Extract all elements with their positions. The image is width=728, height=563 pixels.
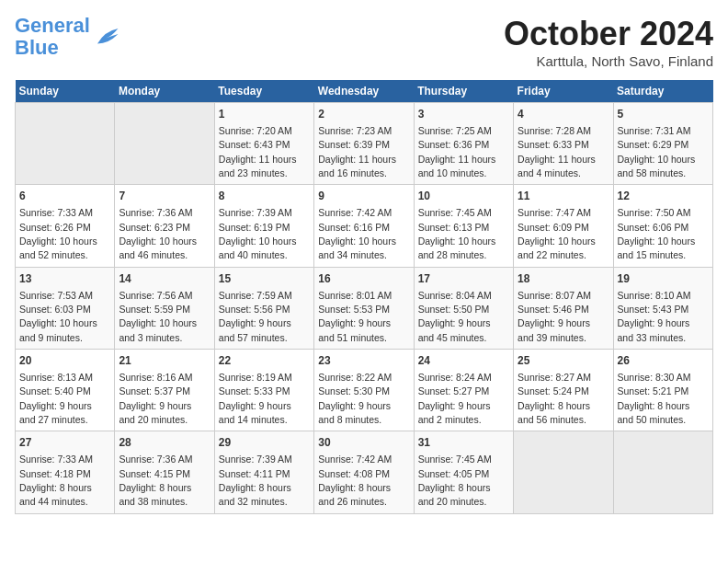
day-number: 30 [318,435,409,451]
calendar-table: SundayMondayTuesdayWednesdayThursdayFrid… [15,80,713,514]
day-number: 5 [618,107,709,122]
day-info: Sunrise: 7:42 AM Sunset: 4:08 PM Dayligh… [318,454,392,507]
day-info: Sunrise: 7:47 AM Sunset: 6:09 PM Dayligh… [518,207,596,260]
day-number: 1 [219,107,310,122]
day-number: 3 [418,107,509,122]
day-cell-11: 11Sunrise: 7:47 AM Sunset: 6:09 PM Dayli… [514,185,613,267]
day-cell-2: 2Sunrise: 7:23 AM Sunset: 6:39 PM Daylig… [314,103,414,185]
day-cell-24: 24Sunrise: 8:24 AM Sunset: 5:27 PM Dayli… [414,350,513,431]
title-block: October 2024 Karttula, North Savo, Finla… [504,15,713,69]
day-cell-15: 15Sunrise: 7:59 AM Sunset: 5:56 PM Dayli… [214,267,313,349]
day-number: 17 [418,271,509,287]
day-number: 4 [518,107,609,122]
day-number: 12 [618,189,709,204]
empty-cell [613,431,712,513]
day-number: 6 [19,189,110,204]
day-info: Sunrise: 7:56 AM Sunset: 5:59 PM Dayligh… [119,290,197,343]
day-info: Sunrise: 7:36 AM Sunset: 6:23 PM Dayligh… [119,207,197,260]
day-cell-4: 4Sunrise: 7:28 AM Sunset: 6:33 PM Daylig… [514,103,613,185]
day-cell-12: 12Sunrise: 7:50 AM Sunset: 6:06 PM Dayli… [613,185,712,267]
day-cell-19: 19Sunrise: 8:10 AM Sunset: 5:43 PM Dayli… [613,267,712,349]
page-header: General Blue October 2024 Karttula, Nort… [15,15,713,69]
day-info: Sunrise: 8:01 AM Sunset: 5:53 PM Dayligh… [318,290,392,343]
week-row-3: 13Sunrise: 7:53 AM Sunset: 6:03 PM Dayli… [16,267,713,349]
day-cell-10: 10Sunrise: 7:45 AM Sunset: 6:13 PM Dayli… [414,185,513,267]
day-info: Sunrise: 8:19 AM Sunset: 5:33 PM Dayligh… [219,372,292,425]
day-info: Sunrise: 7:45 AM Sunset: 4:05 PM Dayligh… [418,454,492,507]
day-info: Sunrise: 7:39 AM Sunset: 6:19 PM Dayligh… [219,207,297,260]
day-info: Sunrise: 8:10 AM Sunset: 5:43 PM Dayligh… [618,290,691,343]
day-cell-23: 23Sunrise: 8:22 AM Sunset: 5:30 PM Dayli… [314,350,414,431]
subtitle: Karttula, North Savo, Finland [504,53,713,69]
day-info: Sunrise: 7:36 AM Sunset: 4:15 PM Dayligh… [119,454,192,507]
day-number: 26 [618,353,709,369]
day-cell-28: 28Sunrise: 7:36 AM Sunset: 4:15 PM Dayli… [115,431,214,513]
day-number: 21 [119,353,210,369]
day-cell-7: 7Sunrise: 7:36 AM Sunset: 6:23 PM Daylig… [115,185,214,267]
day-info: Sunrise: 7:53 AM Sunset: 6:03 PM Dayligh… [19,290,97,343]
day-number: 31 [418,435,509,451]
day-number: 13 [19,271,110,287]
week-row-5: 27Sunrise: 7:33 AM Sunset: 4:18 PM Dayli… [16,431,713,513]
col-header-tuesday: Tuesday [214,80,313,103]
logo-bird-icon [92,24,119,50]
day-cell-5: 5Sunrise: 7:31 AM Sunset: 6:29 PM Daylig… [613,103,712,185]
day-cell-25: 25Sunrise: 8:27 AM Sunset: 5:24 PM Dayli… [514,350,613,431]
day-number: 14 [119,271,210,287]
day-number: 2 [318,107,409,122]
day-number: 27 [19,435,110,451]
day-info: Sunrise: 8:24 AM Sunset: 5:27 PM Dayligh… [418,372,492,425]
day-cell-9: 9Sunrise: 7:42 AM Sunset: 6:16 PM Daylig… [314,185,414,267]
week-row-2: 6Sunrise: 7:33 AM Sunset: 6:26 PM Daylig… [16,185,713,267]
logo-line2: Blue [15,36,59,59]
day-info: Sunrise: 7:45 AM Sunset: 6:13 PM Dayligh… [418,207,496,260]
day-cell-18: 18Sunrise: 8:07 AM Sunset: 5:46 PM Dayli… [514,267,613,349]
day-info: Sunrise: 8:22 AM Sunset: 5:30 PM Dayligh… [318,372,392,425]
week-row-1: 1Sunrise: 7:20 AM Sunset: 6:43 PM Daylig… [16,103,713,185]
day-number: 24 [418,353,509,369]
day-cell-8: 8Sunrise: 7:39 AM Sunset: 6:19 PM Daylig… [214,185,313,267]
day-cell-21: 21Sunrise: 8:16 AM Sunset: 5:37 PM Dayli… [115,350,214,431]
day-info: Sunrise: 7:59 AM Sunset: 5:56 PM Dayligh… [219,290,292,343]
day-number: 25 [518,353,609,369]
main-title: October 2024 [504,15,713,53]
day-info: Sunrise: 7:25 AM Sunset: 6:36 PM Dayligh… [418,125,496,178]
empty-cell [115,103,214,185]
day-info: Sunrise: 7:28 AM Sunset: 6:33 PM Dayligh… [518,125,596,178]
day-number: 19 [618,271,709,287]
day-number: 28 [119,435,210,451]
empty-cell [16,103,115,185]
week-row-4: 20Sunrise: 8:13 AM Sunset: 5:40 PM Dayli… [16,350,713,431]
day-number: 10 [418,189,509,204]
empty-cell [514,431,613,513]
day-info: Sunrise: 7:39 AM Sunset: 4:11 PM Dayligh… [219,454,292,507]
day-number: 7 [119,189,210,204]
logo-text: General Blue [15,15,90,59]
day-info: Sunrise: 8:30 AM Sunset: 5:21 PM Dayligh… [618,372,691,425]
day-info: Sunrise: 7:33 AM Sunset: 6:26 PM Dayligh… [19,207,97,260]
day-number: 11 [518,189,609,204]
day-cell-3: 3Sunrise: 7:25 AM Sunset: 6:36 PM Daylig… [414,103,513,185]
day-number: 20 [19,353,110,369]
logo-line1: General [15,14,90,37]
day-cell-17: 17Sunrise: 8:04 AM Sunset: 5:50 PM Dayli… [414,267,513,349]
day-number: 18 [518,271,609,287]
day-number: 15 [219,271,310,287]
col-header-thursday: Thursday [414,80,513,103]
day-cell-22: 22Sunrise: 8:19 AM Sunset: 5:33 PM Dayli… [214,350,313,431]
day-cell-20: 20Sunrise: 8:13 AM Sunset: 5:40 PM Dayli… [16,350,115,431]
col-header-monday: Monday [115,80,214,103]
day-info: Sunrise: 7:42 AM Sunset: 6:16 PM Dayligh… [318,207,396,260]
col-header-wednesday: Wednesday [314,80,414,103]
day-info: Sunrise: 7:31 AM Sunset: 6:29 PM Dayligh… [618,125,696,178]
day-cell-31: 31Sunrise: 7:45 AM Sunset: 4:05 PM Dayli… [414,431,513,513]
day-info: Sunrise: 8:13 AM Sunset: 5:40 PM Dayligh… [19,372,93,425]
day-cell-13: 13Sunrise: 7:53 AM Sunset: 6:03 PM Dayli… [16,267,115,349]
day-number: 22 [219,353,310,369]
day-cell-14: 14Sunrise: 7:56 AM Sunset: 5:59 PM Dayli… [115,267,214,349]
day-cell-29: 29Sunrise: 7:39 AM Sunset: 4:11 PM Dayli… [214,431,313,513]
day-cell-26: 26Sunrise: 8:30 AM Sunset: 5:21 PM Dayli… [613,350,712,431]
day-info: Sunrise: 8:16 AM Sunset: 5:37 PM Dayligh… [119,372,192,425]
day-info: Sunrise: 7:50 AM Sunset: 6:06 PM Dayligh… [618,207,696,260]
day-cell-6: 6Sunrise: 7:33 AM Sunset: 6:26 PM Daylig… [16,185,115,267]
